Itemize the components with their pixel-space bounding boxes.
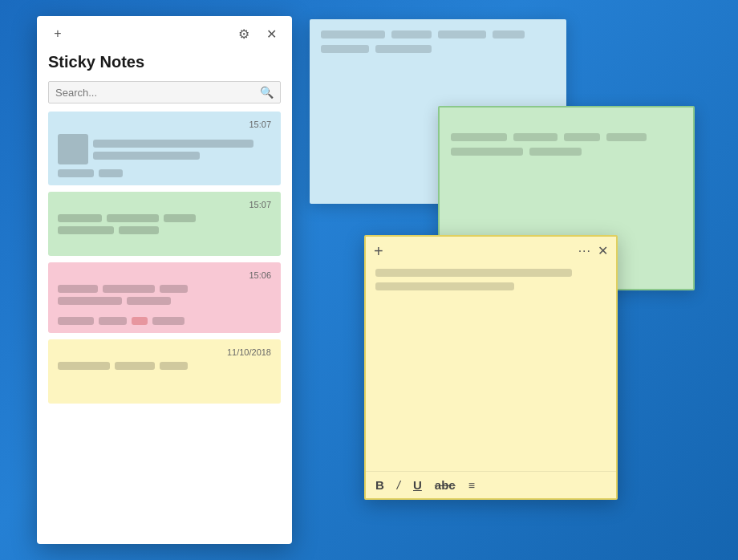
italic-button[interactable]: /: [397, 478, 400, 492]
note-line: [115, 362, 155, 370]
note-line: [107, 214, 159, 222]
note-content-line: [375, 269, 572, 277]
note-line: [103, 285, 155, 293]
card-line: [438, 30, 486, 39]
note-timestamp: 15:07: [58, 200, 271, 209]
note-line: [127, 297, 171, 305]
note-line: [58, 317, 94, 325]
note-line: [58, 297, 122, 305]
note-item-blue[interactable]: 15:07: [48, 112, 281, 185]
card-line: [529, 148, 582, 156]
note-content-lines: [58, 214, 271, 234]
note-body[interactable]: [366, 266, 616, 471]
card-line: [451, 133, 507, 141]
note-line: [152, 317, 184, 325]
card-line: [493, 30, 525, 39]
note-line: [58, 214, 102, 222]
card-line: [606, 133, 647, 141]
note-menu-button[interactable]: ···: [578, 244, 591, 258]
note-line: [99, 317, 127, 325]
strikethrough-button[interactable]: abc: [435, 478, 456, 492]
note-line: [99, 169, 123, 177]
note-line: [93, 140, 253, 148]
notes-panel: + ⚙ ✕ Sticky Notes 🔍 15:07: [37, 16, 292, 544]
notes-list: 15:07 15:07: [37, 112, 292, 544]
panel-title: Sticky Notes: [48, 53, 144, 71]
card-line: [375, 45, 432, 53]
search-input[interactable]: [55, 87, 260, 99]
note-line: [58, 362, 110, 370]
note-content-lines: [58, 285, 271, 325]
panel-header: Sticky Notes: [37, 43, 292, 76]
search-icon: 🔍: [260, 86, 274, 99]
note-line: [164, 214, 196, 222]
note-close-button[interactable]: ✕: [598, 245, 608, 258]
panel-top-row: + ⚙ ✕: [37, 16, 292, 43]
note-item-green[interactable]: 15:07: [48, 192, 281, 256]
note-line: [93, 152, 200, 160]
note-line: [58, 226, 114, 234]
note-toolbar: B / U abc ≡: [366, 471, 616, 498]
note-window-controls: ··· ✕: [578, 244, 608, 258]
bold-button[interactable]: B: [375, 478, 384, 492]
note-content-lines: [58, 362, 271, 370]
search-bar[interactable]: 🔍: [48, 81, 281, 103]
active-note-yellow: + ··· ✕ B / U abc ≡: [364, 235, 618, 500]
card-line: [564, 133, 600, 141]
note-item-yellow[interactable]: 11/10/2018: [48, 339, 281, 404]
note-timestamp: 15:06: [58, 270, 271, 280]
underline-button[interactable]: U: [413, 478, 422, 492]
note-line: [160, 285, 188, 293]
note-line: [58, 285, 98, 293]
close-panel-button[interactable]: ✕: [262, 24, 281, 43]
note-content-line: [375, 282, 514, 290]
note-add-button[interactable]: +: [374, 243, 383, 259]
note-line: [132, 317, 148, 325]
note-titlebar: + ··· ✕: [366, 237, 616, 266]
note-line: [119, 226, 159, 234]
settings-button[interactable]: ⚙: [234, 24, 253, 43]
note-item-pink[interactable]: 15:06: [48, 262, 281, 333]
add-note-button[interactable]: +: [48, 24, 67, 43]
card-line: [451, 148, 523, 156]
list-button[interactable]: ≡: [468, 479, 475, 492]
card-line: [513, 133, 558, 141]
note-line: [58, 169, 94, 177]
note-timestamp: 15:07: [58, 120, 271, 129]
card-line: [321, 30, 385, 39]
note-thumbnail: [58, 134, 88, 164]
note-content-row: [58, 134, 271, 164]
note-timestamp: 11/10/2018: [58, 347, 271, 357]
card-line: [321, 45, 369, 53]
card-line: [391, 30, 432, 39]
note-line: [160, 362, 188, 370]
